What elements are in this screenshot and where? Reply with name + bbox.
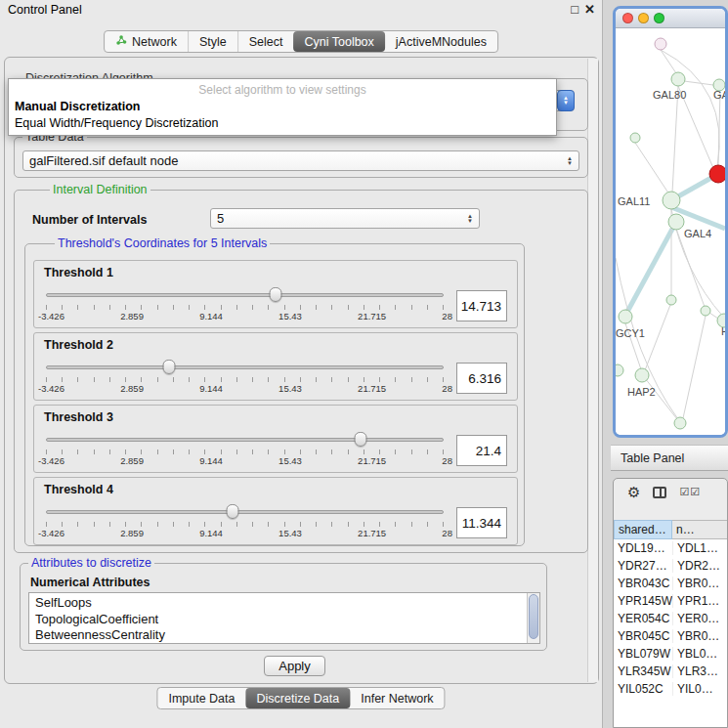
attribute-item[interactable]: SelfLoops [35,595,526,612]
cell-shared-name: YLR345W [614,664,672,678]
scale-label: 21.715 [358,311,386,321]
scale-label: 15.43 [278,311,302,321]
network-window-titlebar[interactable] [616,9,725,28]
table-panel-header: Table Panel [611,445,728,471]
slider-track[interactable] [46,293,444,297]
algorithm-option[interactable]: Manual Discretization [9,98,556,114]
table-row[interactable]: YLR345WYLR3… [614,663,727,680]
column-header-name[interactable]: n… [672,520,727,539]
threshold-value-field[interactable]: 11.344 [456,507,507,538]
table-row[interactable]: YBR043CYBR0… [614,575,727,592]
attribute-item[interactable]: TopologicalCoefficient [35,612,526,628]
tab-label: Discretize Data [257,692,340,706]
control-panel-scrollbar[interactable] [587,59,598,682]
slider-thumb-icon[interactable] [354,432,366,447]
network-edge [635,143,669,194]
network-node-gal80[interactable] [671,72,685,86]
table-data-combo[interactable]: galFiltered.sif default node ▲ ▼ [22,150,579,171]
close-window-icon[interactable]: ✕ [584,2,595,17]
threshold-slider[interactable] [46,431,444,448]
minimize-traffic-light-icon[interactable] [638,13,649,23]
attribute-item[interactable]: BetweennessCentrality [35,627,526,644]
slider-thumb-icon[interactable] [163,360,176,374]
attributes-scrollbar[interactable] [527,593,539,643]
control-panel: Control Panel □ ✕ NetworkStyleSelectCyni… [0,0,603,728]
threshold-panel: Threshold 2-3.4262.8599.14415.4321.71528… [33,332,518,401]
slider-track[interactable] [46,365,444,369]
scale-label: -3.426 [38,383,64,394]
scale-label: 28 [442,383,452,394]
network-node[interactable] [616,364,623,376]
slider-track[interactable] [46,438,444,442]
tab-style[interactable]: Style [188,31,237,52]
threshold-slider[interactable] [46,503,444,520]
slider-track[interactable] [46,510,444,514]
combo-arrows-icon[interactable]: ▲ ▼ [557,90,575,111]
number-of-intervals-combo[interactable]: 5 ▲ ▼ [210,208,480,229]
node-label: H [721,325,725,337]
threshold-slider[interactable] [46,286,444,303]
table-toolbar: ⚙ ☑☑ [614,479,727,520]
table-row[interactable]: YBL079WYBL0… [614,645,727,663]
cell-name: YER0… [672,612,727,625]
threshold-value-field[interactable]: 21.4 [456,435,507,466]
threshold-slider[interactable] [46,359,444,375]
numerical-attributes-label: Numerical Attributes [30,576,150,589]
network-canvas[interactable]: GAL80GAGAL11GAL4GCY1HHAP2 [616,28,725,435]
table-row[interactable]: YER054CYER0… [614,610,727,627]
network-node[interactable] [666,295,676,305]
threshold-value-field[interactable]: 6.316 [456,363,507,394]
column-header-shared-name[interactable]: shared… [614,520,672,539]
slider-thumb-icon[interactable] [269,287,281,302]
apply-button[interactable]: Apply [264,656,325,676]
tab-cyni-toolbox[interactable]: Cyni Toolbox [293,31,384,52]
threshold-label: Threshold 3 [44,410,113,424]
network-node[interactable] [701,306,710,316]
network-node[interactable] [709,165,725,183]
network-node-gal11[interactable] [663,192,680,209]
node-label: GAL4 [684,228,711,239]
network-edge [645,378,677,419]
scale-label: 9.144 [199,455,223,466]
threshold-value-field[interactable]: 14.713 [456,290,507,321]
table-row[interactable]: YBR045CYBR0… [614,627,727,645]
algorithm-dropdown: Select algorithm to view settings Manual… [8,78,557,136]
cell-shared-name: YDR27… [614,559,672,573]
table-row[interactable]: YDL19…YDL1… [614,539,727,557]
threshold-panel: Threshold 4-3.4262.8599.14415.4321.71528… [33,477,518,545]
slider-thumb-icon[interactable] [227,504,239,519]
tab-discretize-data[interactable]: Discretize Data [246,688,351,708]
node-label: GAL11 [618,195,650,207]
network-node[interactable] [655,38,666,50]
table-row[interactable]: YPR145WYPR1… [614,592,727,610]
network-node-hap2[interactable] [635,368,649,382]
cell-name: YDR2… [672,559,727,573]
interval-definition-group: Interval Definition Number of Intervals … [14,190,588,553]
network-graph[interactable]: GAL80GAGAL11GAL4GCY1HHAP2 [616,28,725,435]
tab-network[interactable]: Network [105,31,188,52]
network-edge [645,305,670,370]
attributes-list[interactable]: SelfLoopsTopologicalCoefficientBetweenne… [28,592,540,644]
select-columns-icon[interactable]: ☑☑ [679,486,701,498]
slider-scale: -3.4262.8599.14415.4321.71528 [38,311,452,321]
table-row[interactable]: YDR27…YDR2… [614,557,727,575]
network-node[interactable] [674,417,686,429]
zoom-traffic-light-icon[interactable] [654,13,664,23]
algorithm-option[interactable]: Equal Width/Frequency Discretization [9,114,556,131]
scrollbar-thumb[interactable] [529,594,538,639]
table-row[interactable]: YIL052CYIL0… [614,680,727,698]
slider-ticks [46,450,444,454]
float-window-icon[interactable]: □ [571,2,578,17]
scale-label: 21.715 [358,528,386,538]
cell-name: YPR1… [672,594,727,608]
tab-impute-data[interactable]: Impute Data [157,688,245,708]
close-traffic-light-icon[interactable] [622,13,633,23]
gear-icon[interactable]: ⚙ [627,485,640,500]
network-node-gal4[interactable] [668,214,684,230]
network-node-gcy1[interactable] [619,310,632,323]
tab-jactivemnodules[interactable]: jActiveMNodules [385,31,497,52]
tab-select[interactable]: Select [237,31,294,52]
network-node[interactable] [630,133,640,143]
columns-icon[interactable] [653,487,666,498]
tab-infer-network[interactable]: Infer Network [350,688,444,708]
